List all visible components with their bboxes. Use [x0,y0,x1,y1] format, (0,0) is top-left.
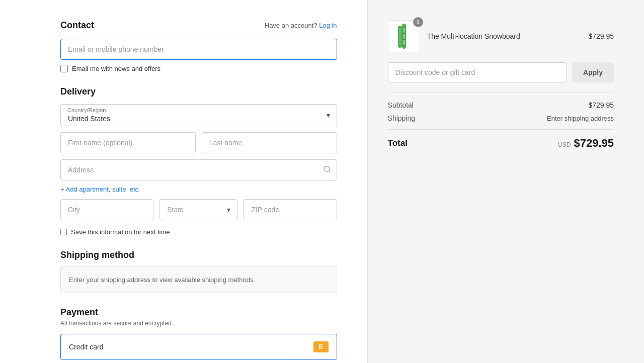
country-select-wrapper: Country/Region United States ▾ [60,104,337,126]
shipping-info-box: Enter your shipping address to view avai… [60,266,337,293]
right-panel: 1 The Multi-location Snowboard $729.95 A… [367,0,644,363]
email-news-checkbox[interactable] [60,65,68,72]
discount-row: Apply [388,62,614,82]
payment-title: Payment [60,307,337,318]
svg-rect-2 [403,26,405,47]
order-summary: Subtotal $729.95 Shipping Enter shipping… [388,93,614,150]
product-quantity-badge: 1 [413,17,423,27]
total-currency: USD [558,141,571,148]
total-row: Total USD $729.95 [388,129,614,150]
city-state-zip-row: State ▾ [60,199,337,220]
email-news-label: Email me with news and offers [72,65,160,72]
address-input[interactable] [60,159,337,180]
contact-title: Contact [60,20,94,31]
product-info: The Multi-location Snowboard [427,32,582,40]
subtotal-row: Subtotal $729.95 [388,101,614,109]
zip-input[interactable] [244,199,337,220]
state-select[interactable]: State [159,199,237,220]
apply-button[interactable]: Apply [572,62,614,82]
country-select[interactable]: United States [60,104,337,126]
discount-input[interactable] [388,62,568,82]
contact-section-header: Contact Have an account? Log in [60,20,337,31]
shipping-label: Shipping [388,114,416,122]
login-link[interactable]: Log in [319,22,337,29]
address-wrapper [60,159,337,180]
svg-rect-3 [402,27,406,28]
save-info-label: Save this information for next time [71,228,170,236]
save-info-row: Save this information for next time [60,228,337,236]
total-label: Total [388,138,408,148]
svg-rect-6 [402,45,406,46]
subtotal-value: $729.95 [588,101,614,109]
first-name-input[interactable] [60,132,196,153]
shipping-method-section: Shipping method Enter your shipping addr… [60,250,337,293]
have-account-text: Have an account? Log in [265,22,337,29]
product-name: The Multi-location Snowboard [427,32,582,40]
product-price: $729.95 [588,32,614,40]
city-input[interactable] [60,199,153,220]
country-wrapper: Country/Region United States ▾ [60,104,337,126]
credit-card-label: Credit card [69,343,103,351]
product-row: 1 The Multi-location Snowboard $729.95 [388,20,614,52]
svg-rect-8 [399,28,401,46]
email-phone-input[interactable] [60,39,337,60]
email-news-row: Email me with news and offers [60,65,337,72]
product-image [394,23,414,50]
subtotal-label: Subtotal [388,101,414,109]
svg-rect-5 [402,39,406,40]
shipping-info-text: Enter your shipping address to view avai… [69,276,255,284]
svg-rect-4 [402,33,406,34]
name-row [60,132,337,153]
delivery-section: Delivery Country/Region United States ▾ [60,86,337,236]
total-price: $729.95 [574,137,614,150]
total-price-wrapper: USD $729.95 [558,137,614,150]
payment-subtitle: All transactions are secure and encrypte… [60,320,337,327]
product-image-wrapper: 1 [388,20,420,52]
payment-section: Payment All transactions are secure and … [60,307,337,360]
save-info-checkbox[interactable] [60,229,67,235]
state-select-wrapper: State ▾ [159,199,237,220]
left-panel: Contact Have an account? Log in Email me… [0,0,367,363]
credit-card-row[interactable]: Credit card B [60,334,337,360]
add-apt-link[interactable]: + Add apartment, suite, etc. [60,186,140,193]
braintree-badge: B [313,341,328,352]
shipping-row: Shipping Enter shipping address [388,114,614,122]
shipping-method-title: Shipping method [60,250,337,260]
last-name-input[interactable] [202,132,337,153]
delivery-title: Delivery [60,86,337,97]
shipping-value: Enter shipping address [547,115,614,122]
